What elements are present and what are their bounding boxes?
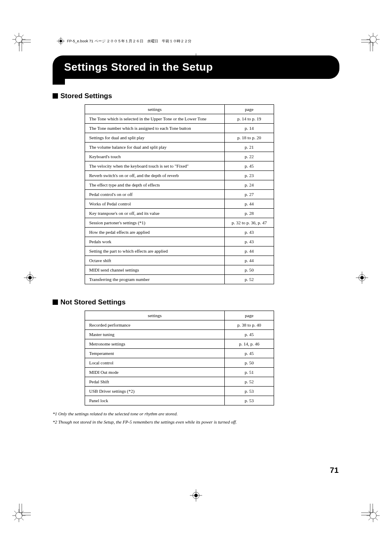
page-cell: p. 53	[225, 396, 274, 405]
page-cell: p. 53	[225, 387, 274, 396]
table-row: Local controlp. 50	[85, 358, 274, 368]
table-row: Metronome settingsp. 14, p. 46	[85, 339, 274, 349]
setting-cell: Panel lock	[85, 396, 225, 405]
page-cell: p. 45	[225, 330, 274, 339]
table-row: Panel lockp. 53	[85, 396, 274, 405]
table-row: Master tuningp. 45	[85, 330, 274, 339]
page-cell: p. 44	[225, 256, 274, 265]
setting-cell: The velocity when the keyboard touch is …	[85, 161, 225, 171]
setting-cell: Octave shift	[85, 256, 225, 265]
table-row: Session partoner's settings (*1)p. 32 to…	[85, 218, 274, 228]
page-cell: p. 18 to p. 20	[225, 133, 274, 143]
column-header-settings: settings	[85, 105, 225, 114]
page-cell: p. 50	[225, 265, 274, 275]
setting-cell: The effect type and the depth of effects	[85, 180, 225, 190]
setting-cell: The volume balance for dual and split pl…	[85, 143, 225, 152]
header-text: FP-5_e.book 71 ページ ２００５年１月２６日 水曜日 午前１０時２…	[67, 39, 191, 44]
page-cell: p. 14 to p. 19	[225, 114, 274, 124]
table-row: Setting the part to which effects are ap…	[85, 246, 274, 256]
table-row: The Tone number which is assigned to eac…	[85, 124, 274, 133]
setting-cell: Metronome settings	[85, 339, 225, 349]
page-cell: p. 43	[225, 237, 274, 246]
page-cell: p. 27	[225, 190, 274, 199]
setting-cell: Recorded performance	[85, 320, 225, 330]
table-row: The effect type and the depth of effects…	[85, 180, 274, 190]
setting-cell: MIDI send channel settings	[85, 265, 225, 275]
table-row: Transferring the program numberp. 52	[85, 275, 274, 284]
page-cell: p. 14	[225, 124, 274, 133]
setting-cell: Transferring the program number	[85, 275, 225, 284]
setting-cell: Local control	[85, 358, 225, 368]
setting-cell: Key transpose's on or off, and its value	[85, 209, 225, 218]
page-cell: p. 32 to p. 36, p. 47	[225, 218, 274, 228]
table-row: Key transpose's on or off, and its value…	[85, 209, 274, 218]
table-row: Reverb switch's on or off, and the depth…	[85, 171, 274, 180]
table-row: Settings for dual and split playp. 18 to…	[85, 133, 274, 143]
setting-cell: The Tone which is selected in the Upper …	[85, 114, 225, 124]
column-header-page: page	[225, 105, 274, 114]
crop-mark-icon	[361, 35, 378, 51]
table-row: Keyboard's touchp. 22	[85, 152, 274, 161]
crop-mark-icon	[361, 504, 378, 520]
table-row: MIDI send channel settingsp. 50	[85, 265, 274, 275]
setting-cell: Pedal control's on or off	[85, 190, 225, 199]
page-cell: p. 43	[225, 228, 274, 237]
registration-mark-icon	[57, 37, 65, 45]
page-number: 71	[330, 466, 339, 475]
footnote-2: *2 Though not stored in the Setup, the F…	[53, 419, 339, 424]
table-row: USB Driver settings (*2)p. 53	[85, 387, 274, 396]
page-cell: p. 45	[225, 349, 274, 358]
page-cell: p. 38 to p. 40	[225, 320, 274, 330]
stored-settings-table: settings page The Tone which is selected…	[85, 104, 274, 284]
table-row: Recorded performancep. 38 to p. 40	[85, 320, 274, 330]
setting-cell: Temperament	[85, 349, 225, 358]
setting-cell: How the pedal effects are applied	[85, 228, 225, 237]
page-cell: p. 22	[225, 152, 274, 161]
page-cell: p. 23	[225, 171, 274, 180]
registration-mark-icon	[24, 272, 36, 284]
table-row: How the pedal effects are appliedp. 43	[85, 228, 274, 237]
column-header-page: page	[225, 311, 274, 320]
table-header-row: settings page	[85, 105, 274, 114]
setting-cell: Pedal Shift	[85, 377, 225, 387]
header-file-info: FP-5_e.book 71 ページ ２００５年１月２６日 水曜日 午前１０時２…	[57, 37, 191, 45]
registration-mark-icon	[356, 272, 368, 284]
crop-mark-icon	[14, 504, 31, 520]
page-cell: p. 52	[225, 377, 274, 387]
page-title: Settings Stored in the Setup	[64, 61, 328, 74]
setting-cell: Setting the part to which effects are ap…	[85, 246, 225, 256]
setting-cell: USB Driver settings (*2)	[85, 387, 225, 396]
page-title-bar: Settings Stored in the Setup	[53, 55, 339, 79]
setting-cell: The Tone number which is assigned to eac…	[85, 124, 225, 133]
not-stored-settings-table: settings page Recorded performancep. 38 …	[85, 311, 274, 405]
table-row: MIDI Out modep. 51	[85, 368, 274, 377]
crop-mark-icon	[14, 35, 31, 51]
page-cell: p. 24	[225, 180, 274, 190]
page-cell: p. 45	[225, 161, 274, 171]
setting-cell: MIDI Out mode	[85, 368, 225, 377]
page-cell: p. 52	[225, 275, 274, 284]
page-cell: p. 28	[225, 209, 274, 218]
setting-cell: Session partoner's settings (*1)	[85, 218, 225, 228]
table-row: Pedal control's on or offp. 27	[85, 190, 274, 199]
page-cell: p. 51	[225, 368, 274, 377]
page-cell: p. 50	[225, 358, 274, 368]
table-row: The Tone which is selected in the Upper …	[85, 114, 274, 124]
page-cell: p. 14, p. 46	[225, 339, 274, 349]
setting-cell: Reverb switch's on or off, and the depth…	[85, 171, 225, 180]
square-bullet-icon	[53, 299, 58, 305]
setting-cell: Pedals work	[85, 237, 225, 246]
table-row: Works of Pedal controlp. 44	[85, 199, 274, 209]
square-bullet-icon	[53, 93, 58, 99]
table-row: The velocity when the keyboard touch is …	[85, 161, 274, 171]
column-header-settings: settings	[85, 311, 225, 320]
table-row: Pedals workp. 43	[85, 237, 274, 246]
page-cell: p. 21	[225, 143, 274, 152]
setting-cell: Master tuning	[85, 330, 225, 339]
setting-cell: Works of Pedal control	[85, 199, 225, 209]
table-row: Octave shiftp. 44	[85, 256, 274, 265]
footnote-1: *1 Only the settings related to the sele…	[53, 411, 339, 416]
table-row: Pedal Shiftp. 52	[85, 377, 274, 387]
setting-cell: Keyboard's touch	[85, 152, 225, 161]
not-stored-settings-heading: Not Stored Settings	[53, 298, 339, 306]
